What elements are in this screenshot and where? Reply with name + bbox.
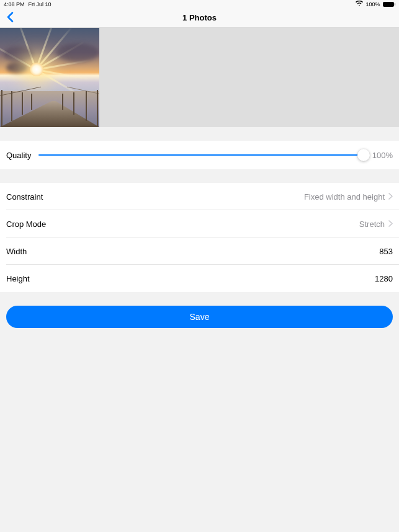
settings-list: Constraint Fixed width and height Crop M… bbox=[0, 183, 399, 292]
height-row[interactable]: Height 1280 bbox=[0, 265, 399, 292]
width-label: Width bbox=[6, 247, 27, 256]
thumbnail-strip bbox=[0, 28, 399, 127]
width-row[interactable]: Width 853 bbox=[0, 237, 399, 265]
constraint-label: Constraint bbox=[6, 192, 43, 202]
height-label: Height bbox=[6, 274, 30, 283]
status-date: Fri Jul 10 bbox=[29, 1, 52, 7]
quality-label: Quality bbox=[6, 151, 31, 160]
chevron-right-icon bbox=[388, 192, 393, 202]
back-button[interactable] bbox=[6, 11, 14, 24]
nav-bar: 1 Photos bbox=[0, 8, 399, 28]
photo-thumbnail[interactable] bbox=[0, 28, 99, 127]
crop-mode-value: Stretch bbox=[359, 219, 385, 229]
slider-thumb[interactable] bbox=[357, 149, 370, 161]
crop-mode-label: Crop Mode bbox=[6, 219, 46, 229]
constraint-value: Fixed width and height bbox=[304, 192, 385, 202]
status-time: 4:08 PM bbox=[4, 1, 25, 7]
constraint-row[interactable]: Constraint Fixed width and height bbox=[0, 183, 399, 210]
crop-mode-row[interactable]: Crop Mode Stretch bbox=[0, 210, 399, 237]
page-title: 1 Photos bbox=[182, 13, 217, 22]
status-bar: 4:08 PM Fri Jul 10 100% bbox=[0, 0, 399, 8]
chevron-left-icon bbox=[6, 11, 14, 22]
width-value: 853 bbox=[379, 247, 393, 256]
battery-percentage: 100% bbox=[365, 1, 380, 7]
wifi-icon bbox=[356, 1, 363, 7]
quality-row: Quality 100% bbox=[0, 141, 399, 169]
chevron-right-icon bbox=[388, 219, 393, 229]
save-button[interactable]: Save bbox=[6, 306, 393, 328]
battery-icon bbox=[383, 2, 396, 7]
quality-value: 100% bbox=[372, 151, 393, 160]
quality-slider[interactable] bbox=[38, 149, 363, 161]
height-value: 1280 bbox=[375, 274, 393, 283]
